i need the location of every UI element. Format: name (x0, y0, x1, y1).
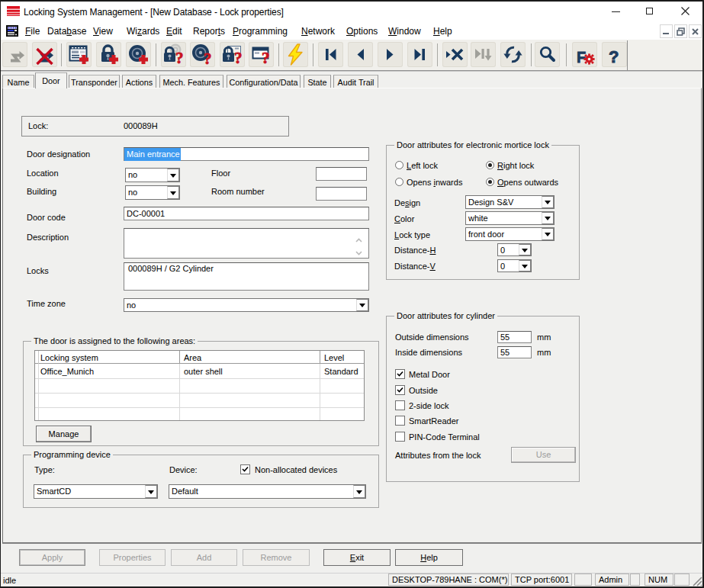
svg-text:?: ? (609, 47, 619, 66)
svg-text:?: ? (234, 49, 243, 67)
svg-text:F: F (577, 49, 586, 66)
svg-text:?: ? (204, 50, 212, 67)
svg-text:?: ? (175, 49, 184, 67)
svg-text:?: ? (262, 49, 270, 67)
